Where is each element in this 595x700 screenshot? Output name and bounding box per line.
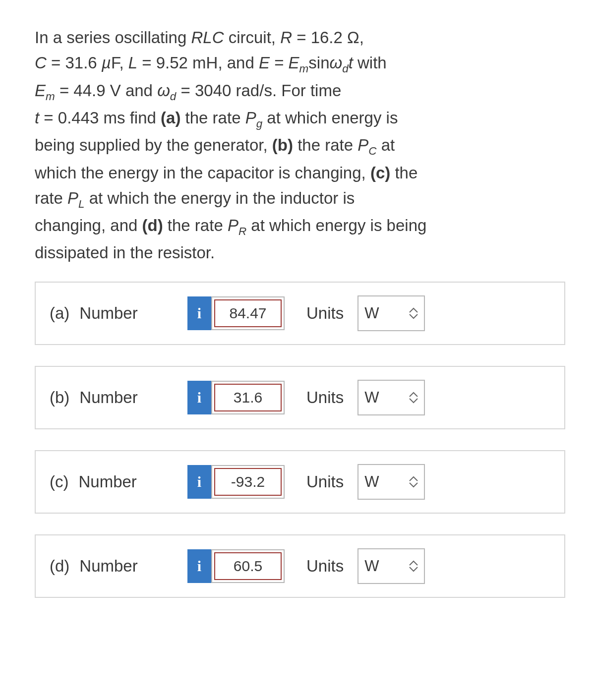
units-select-d[interactable]: W (357, 548, 425, 584)
units-label: Units (306, 557, 344, 576)
answer-panel-c: (c)Number i Units W (35, 450, 565, 514)
part-label: (d)Number (50, 557, 178, 576)
number-input-c[interactable] (211, 465, 285, 499)
chevron-updown-icon (409, 307, 418, 319)
part-label: (a)Number (50, 304, 178, 323)
chevron-updown-icon (409, 476, 418, 488)
units-value: W (364, 473, 389, 491)
part-label: (b)Number (50, 388, 178, 407)
info-button[interactable]: i (187, 465, 211, 499)
units-select-b[interactable]: W (357, 380, 425, 415)
info-button[interactable]: i (187, 549, 211, 583)
units-select-c[interactable]: W (357, 464, 425, 500)
answer-panels: (a)Number i Units W (b)Number i (35, 282, 565, 598)
number-input-d[interactable] (211, 549, 285, 583)
answer-panel-a: (a)Number i Units W (35, 282, 565, 345)
units-value: W (364, 389, 389, 407)
info-button[interactable]: i (187, 296, 211, 330)
part-label: (c)Number (50, 472, 178, 491)
number-input-b[interactable] (211, 381, 285, 414)
question-text: In a series oscillating RLC circuit, R =… (35, 25, 565, 266)
info-button[interactable]: i (187, 381, 211, 414)
units-select-a[interactable]: W (357, 295, 425, 331)
units-label: Units (306, 304, 344, 323)
units-label: Units (306, 472, 344, 491)
chevron-updown-icon (409, 392, 418, 404)
answer-panel-d: (d)Number i Units W (35, 534, 565, 598)
number-input-a[interactable] (211, 296, 285, 330)
units-value: W (364, 557, 389, 575)
chevron-updown-icon (409, 560, 418, 572)
units-label: Units (306, 388, 344, 407)
units-value: W (364, 304, 389, 322)
answer-panel-b: (b)Number i Units W (35, 366, 565, 429)
